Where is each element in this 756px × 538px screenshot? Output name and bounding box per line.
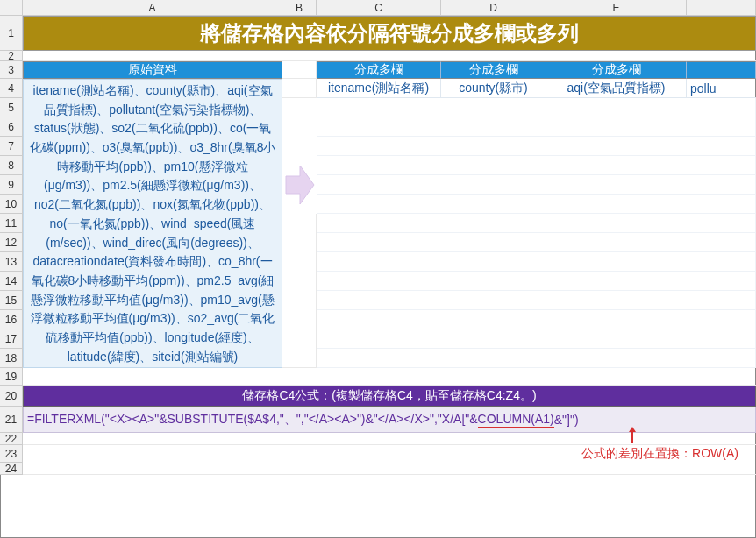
formula-text-pre: =FILTERXML("<X><A>"&SUBSTITUTE($A$4,"、",… <box>27 412 478 428</box>
row-header-11[interactable]: 11 <box>0 214 23 233</box>
cell-C4[interactable]: itename(測站名稱) <box>317 79 441 98</box>
row-header-9[interactable]: 9 <box>0 175 23 195</box>
formula-text-post: &"]") <box>554 413 579 427</box>
header-result-f <box>687 61 756 79</box>
row-header-17[interactable]: 17 <box>0 329 23 349</box>
select-all-corner[interactable] <box>0 0 23 16</box>
row-header-1[interactable]: 1 <box>0 16 23 51</box>
header-result-e: 分成多欄 <box>546 61 687 79</box>
col-header-E[interactable]: E <box>546 0 687 16</box>
row-header-14[interactable]: 14 <box>0 272 23 291</box>
row-header-20[interactable]: 20 <box>0 386 23 407</box>
row-header-12[interactable]: 12 <box>0 233 23 252</box>
col-header-B[interactable]: B <box>282 0 317 16</box>
row-header-21[interactable]: 21 <box>0 407 23 433</box>
row-header-6[interactable]: 6 <box>0 117 23 137</box>
row-header-8[interactable]: 8 <box>0 156 23 175</box>
title-banner: 將儲存格內容依分隔符號分成多欄或多列 <box>23 16 756 51</box>
row-header-3[interactable]: 3 <box>0 61 23 79</box>
row-header-24[interactable]: 24 <box>0 463 23 475</box>
header-original-data: 原始資料 <box>23 61 282 79</box>
row-header-18[interactable]: 18 <box>0 349 23 368</box>
row-header-19[interactable]: 19 <box>0 368 23 386</box>
row-header-5[interactable]: 5 <box>0 98 23 117</box>
formula-cell[interactable]: =FILTERXML("<X><A>"&SUBSTITUTE($A$4,"、",… <box>23 407 756 433</box>
row-header-4[interactable]: 4 <box>0 79 23 98</box>
col-header-A[interactable]: A <box>23 0 282 16</box>
row-header-16[interactable]: 16 <box>0 310 23 329</box>
col-header-D[interactable]: D <box>441 0 546 16</box>
note-text: 公式的差別在置換：ROW(A) <box>581 446 738 462</box>
row-header-15[interactable]: 15 <box>0 291 23 310</box>
cell-D4[interactable]: county(縣市) <box>441 79 546 98</box>
cell-E4[interactable]: aqi(空氣品質指標) <box>546 79 687 98</box>
row-header-23[interactable]: 23 <box>0 445 23 463</box>
row-header-2[interactable]: 2 <box>0 51 23 61</box>
col-header-C[interactable]: C <box>317 0 441 16</box>
row-header-22[interactable]: 22 <box>0 433 23 445</box>
row-header-10[interactable]: 10 <box>0 195 23 214</box>
header-result-d: 分成多欄 <box>441 61 546 79</box>
row-header-13[interactable]: 13 <box>0 252 23 272</box>
cell-F4[interactable]: pollu <box>687 79 756 98</box>
formula-highlight: COLUMN(A1) <box>478 412 554 428</box>
col-header-F[interactable] <box>687 0 756 16</box>
original-data-cell[interactable]: itename(測站名稱)、county(縣市)、aqi(空氣品質指標)、pol… <box>23 79 282 368</box>
arrow-up-icon <box>631 431 633 443</box>
formula-header: 儲存格C4公式：(複製儲存格C4，貼至儲存格C4:Z4。) <box>23 386 756 407</box>
arrow-icon <box>282 156 317 214</box>
formula-note: 公式的差別在置換：ROW(A) <box>23 445 756 463</box>
row-header-7[interactable]: 7 <box>0 137 23 156</box>
header-result-c: 分成多欄 <box>317 61 441 79</box>
